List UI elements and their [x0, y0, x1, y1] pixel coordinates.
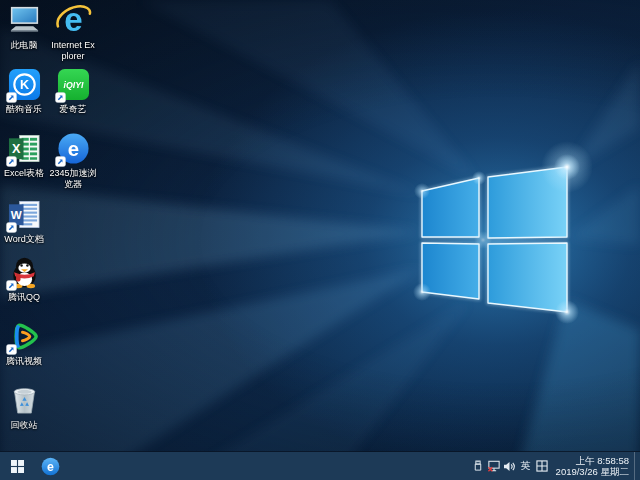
desktop-icon-this-pc[interactable]: 此电脑	[0, 2, 48, 51]
svg-text:iQIYI: iQIYI	[63, 80, 83, 90]
tencent-video-icon	[6, 318, 43, 355]
shortcut-arrow-icon	[55, 92, 66, 103]
desktop-icon-label: 2345加速浏览器	[49, 168, 97, 190]
svg-text:e: e	[47, 460, 54, 474]
desktop-icon-internet-explorer[interactable]: e Internet Explorer	[49, 2, 97, 62]
kugou-music-icon: K	[6, 66, 43, 103]
desktop-icon-label: 腾讯QQ	[0, 292, 48, 303]
taskbar-clock[interactable]: 上午 8:58:58 2019/3/26 星期二	[556, 455, 629, 477]
language-indicator[interactable]: 英	[518, 459, 534, 473]
shortcut-arrow-icon	[6, 92, 17, 103]
svg-text:K: K	[19, 78, 28, 92]
this-pc-icon	[6, 2, 43, 39]
desktop-icon-recycle-bin[interactable]: 回收站	[0, 382, 48, 431]
shortcut-arrow-icon	[6, 280, 17, 291]
show-desktop-button[interactable]	[634, 452, 640, 480]
desktop: 此电脑 e Internet Explorer K 酷狗音乐	[0, 0, 640, 480]
desktop-icon-label: 回收站	[0, 420, 48, 431]
2345-browser-icon: e	[55, 130, 92, 167]
desktop-icon-label: 此电脑	[0, 40, 48, 51]
desktop-icon-2345-browser[interactable]: e 2345加速浏览器	[49, 130, 97, 190]
desktop-icon-tencent-qq[interactable]: 腾讯QQ	[0, 254, 48, 303]
browser-e-icon: e	[41, 457, 60, 476]
shortcut-arrow-icon	[55, 156, 66, 167]
desktop-icon-label: Word文档	[0, 234, 48, 245]
excel-icon: X	[6, 130, 43, 167]
network-disconnected-tray-icon[interactable]	[486, 452, 502, 480]
windows-logo-icon	[11, 460, 24, 473]
ime-icon[interactable]	[534, 452, 550, 480]
desktop-icon-tencent-video[interactable]: 腾讯视频	[0, 318, 48, 367]
taskbar: e	[0, 452, 640, 480]
usb-tray-icon[interactable]	[470, 452, 486, 480]
svg-text:e: e	[67, 138, 78, 160]
shortcut-arrow-icon	[6, 156, 17, 167]
word-icon: W	[6, 196, 43, 233]
desktop-icon-label: 爱奇艺	[49, 104, 97, 115]
desktop-icon-kugou-music[interactable]: K 酷狗音乐	[0, 66, 48, 115]
desktop-icon-word[interactable]: W Word文档	[0, 196, 48, 245]
iqiyi-icon: iQIYI	[55, 66, 92, 103]
desktop-icon-label: 酷狗音乐	[0, 104, 48, 115]
desktop-icon-label: Excel表格	[0, 168, 48, 179]
tencent-qq-icon	[6, 254, 43, 291]
internet-explorer-icon: e	[55, 2, 92, 39]
shortcut-arrow-icon	[6, 222, 17, 233]
desktop-icon-iqiyi[interactable]: iQIYI 爱奇艺	[49, 66, 97, 115]
desktop-icon-label: Internet Explorer	[49, 40, 97, 62]
shortcut-arrow-icon	[6, 344, 17, 355]
recycle-bin-icon	[6, 382, 43, 419]
start-button[interactable]	[0, 452, 34, 480]
svg-text:W: W	[10, 208, 21, 221]
desktop-icon-excel[interactable]: X Excel表格	[0, 130, 48, 179]
clock-time: 上午 8:58:58	[556, 455, 629, 466]
clock-date: 2019/3/26 星期二	[556, 466, 629, 477]
svg-text:X: X	[12, 142, 21, 156]
taskbar-2345-browser-button[interactable]: e	[34, 452, 66, 480]
desktop-icon-label: 腾讯视频	[0, 356, 48, 367]
volume-tray-icon[interactable]	[502, 452, 518, 480]
